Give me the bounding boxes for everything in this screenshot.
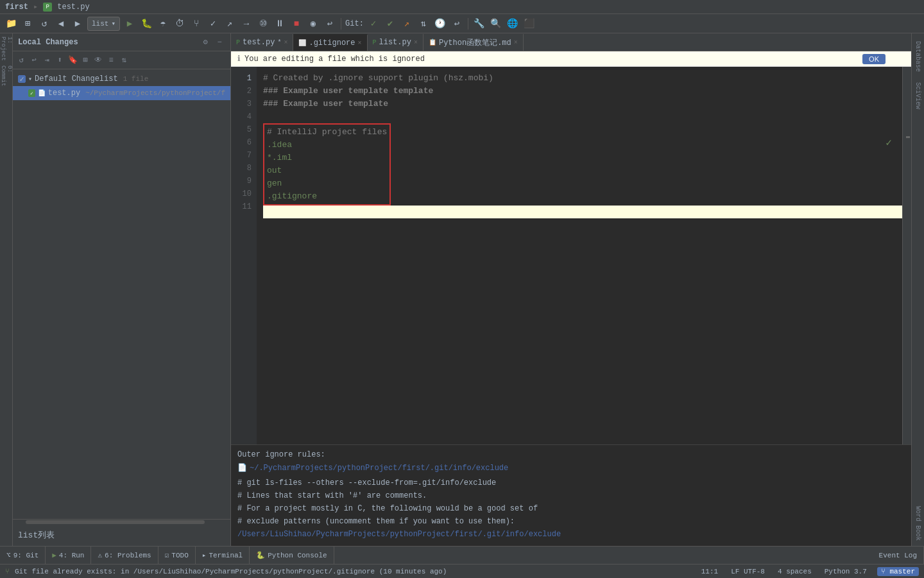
list-btn[interactable]: ≡ xyxy=(105,55,117,66)
changelist-count: 1 file xyxy=(123,75,149,83)
toolbar-separator2 xyxy=(468,18,468,30)
sidebar-wordbook[interactable]: Word Book xyxy=(913,501,923,546)
tab-todo[interactable]: ☑ TODO xyxy=(158,547,196,565)
tab-markdown[interactable]: 📋 Python函数笔记.md × xyxy=(424,34,524,51)
outer-ignore-path-text[interactable]: ~/.PycharmProjects/pythonProject/first/.… xyxy=(250,464,508,473)
toolbar-git-merge[interactable]: ⇅ xyxy=(416,17,431,31)
git-tab-icon: ⌥ xyxy=(6,551,11,559)
eye-btn[interactable]: 👁 xyxy=(92,55,104,66)
h-scrollbar[interactable] xyxy=(13,519,230,524)
tab-test-py[interactable]: P test.py * × xyxy=(231,34,293,51)
toolbar-btn-2[interactable]: ⊞ xyxy=(21,17,35,31)
toolbar-git-check[interactable]: ✓ xyxy=(366,17,381,31)
indent-indicator[interactable]: 4 spaces xyxy=(775,568,814,575)
file-checkbox[interactable]: ✓ xyxy=(28,89,35,97)
left-side-icons: 1: Project 0: Commit xyxy=(0,33,13,546)
file-item[interactable]: ✓ 📄 test.py ~/PycharmProjects/pythonProj… xyxy=(13,86,230,100)
ok-button[interactable]: OK xyxy=(862,54,886,64)
commit-icon[interactable]: 0: Commit xyxy=(1,63,12,89)
toolbar-git-arrow[interactable]: ↗ xyxy=(400,17,414,31)
tab-label-list: list.py xyxy=(379,38,411,47)
position-indicator[interactable]: 11:1 xyxy=(699,568,721,575)
toolbar-coverage[interactable]: ☂ xyxy=(156,17,170,31)
tab-close-gitignore[interactable]: × xyxy=(357,40,361,47)
tab-run[interactable]: ▶ 4: Run xyxy=(46,547,91,565)
toolbar-check[interactable]: ✓ xyxy=(206,17,220,31)
toolbar-concurrency[interactable]: ⑂ xyxy=(189,17,203,31)
tab-close-list[interactable]: × xyxy=(414,39,418,46)
code-line-7: *.iml xyxy=(267,152,387,164)
tab-event-log[interactable]: Event Log xyxy=(873,547,924,565)
toolbar-stop[interactable]: ■ xyxy=(289,17,304,31)
redo-btn[interactable]: ⇥ xyxy=(41,55,53,66)
warning-text: You are editing a file which is ignored xyxy=(244,55,425,64)
toolbar-git-check2[interactable]: ✔ xyxy=(383,17,397,31)
settings-icon[interactable]: ⚙ xyxy=(200,37,211,48)
changelist-checkbox[interactable]: ✓ xyxy=(18,75,26,83)
tab-label-test: test.py xyxy=(243,38,275,47)
toolbar-separator xyxy=(341,18,341,30)
right-sidebar: Database SciView Word Book xyxy=(911,33,924,546)
toolbar-history[interactable]: ◉ xyxy=(306,17,320,31)
python-console-label: Python Console xyxy=(268,552,327,559)
toolbar-red[interactable]: ⬛ xyxy=(522,17,536,31)
toolbar-btn-back[interactable]: ◀ xyxy=(54,17,68,31)
tab-close-test[interactable]: × xyxy=(284,39,287,46)
toolbar-arrow-up[interactable]: ↗ xyxy=(223,17,237,31)
tab-terminal[interactable]: ▸ Terminal xyxy=(196,547,250,565)
toolbar-btn-1[interactable]: 📁 xyxy=(4,17,18,31)
project-label: first xyxy=(5,3,28,12)
right-scrollbar[interactable] xyxy=(902,67,911,444)
tab-git[interactable]: ⌥ 9: Git xyxy=(0,547,46,565)
problems-tab-label: 6: Problems xyxy=(105,552,151,559)
code-content[interactable]: # Created by .ignore support plugin (hsz… xyxy=(257,67,902,444)
python-version[interactable]: Python 3.7 xyxy=(822,568,869,575)
encoding-indicator[interactable]: LF UTF-8 xyxy=(728,568,767,575)
sidebar-database[interactable]: Database xyxy=(913,36,923,77)
project-icon[interactable]: 1: Project xyxy=(1,36,12,62)
toolbar-btn-refresh[interactable]: ↺ xyxy=(37,17,51,31)
toolbar-dropdown[interactable]: list ▾ xyxy=(87,17,120,31)
tab-problems[interactable]: ⚠ 6: Problems xyxy=(91,547,158,565)
toolbar-git-undo[interactable]: ↩ xyxy=(450,17,464,31)
tab-close-md[interactable]: × xyxy=(514,39,518,46)
branch-icon: ⑂ xyxy=(881,568,886,575)
toolbar-arrow-right[interactable]: → xyxy=(239,17,253,31)
line-numbers: 1 2 3 4 5 6 📁 7 8 9 10 11 xyxy=(231,67,257,444)
line-num-10: 10 xyxy=(231,188,252,200)
upload-btn[interactable]: ⬆ xyxy=(54,55,65,66)
group-btn[interactable]: ⊞ xyxy=(80,55,91,66)
tab-gitignore[interactable]: ⬜ .gitignore × xyxy=(293,34,367,51)
toolbar-undo[interactable]: ↩ xyxy=(323,17,337,31)
main-content: 1: Project 0: Commit Local Changes ⚙ − ↺… xyxy=(0,33,924,546)
toolbar-git-clock[interactable]: 🕐 xyxy=(433,17,447,31)
toolbar-profile[interactable]: ⏱ xyxy=(173,17,187,31)
tab-python-console[interactable]: 🐍 Python Console xyxy=(250,547,334,565)
sidebar-sciview[interactable]: SciView xyxy=(913,77,923,114)
toolbar-translate[interactable]: 🌐 xyxy=(506,17,520,31)
toolbar-btn-forward[interactable]: ▶ xyxy=(71,17,85,31)
toolbar-bookmark[interactable]: ⑩ xyxy=(256,17,270,31)
branch-indicator[interactable]: ⑂ master xyxy=(877,567,919,576)
outer-ignore-line-5[interactable]: /Users/LiuShihao/PycharmProjects/pythonP… xyxy=(237,528,905,541)
chevron-down-icon: ▾ xyxy=(111,19,116,28)
toolbar-wrench[interactable]: 🔧 xyxy=(472,17,486,31)
undo-btn[interactable]: ↩ xyxy=(28,55,40,66)
title-file-icon: P xyxy=(43,3,52,12)
tab-list-py[interactable]: P list.py × xyxy=(368,34,424,51)
warning-icon: ℹ xyxy=(237,54,241,64)
python-console-icon: 🐍 xyxy=(256,551,265,559)
minimize-icon[interactable]: − xyxy=(214,37,225,48)
shelf-btn[interactable]: 🔖 xyxy=(67,55,78,66)
toolbar-bug[interactable]: 🐛 xyxy=(139,17,153,31)
toolbar-pause[interactable]: ⏸ xyxy=(273,17,287,31)
status-right: 11:1 LF UTF-8 4 spaces Python 3.7 ⑂ mast… xyxy=(694,567,924,576)
line-num-3: 3 xyxy=(231,98,252,110)
toolbar-search[interactable]: 🔍 xyxy=(489,17,503,31)
line-num-5: 5 xyxy=(231,123,252,136)
title-file: test.py xyxy=(57,3,89,12)
changelist-row[interactable]: ✓ ▾ Default Changelist 1 file xyxy=(13,72,230,86)
refresh-btn[interactable]: ↺ xyxy=(15,55,27,66)
toolbar-run[interactable]: ▶ xyxy=(123,17,137,31)
sort-btn[interactable]: ⇅ xyxy=(118,55,130,66)
